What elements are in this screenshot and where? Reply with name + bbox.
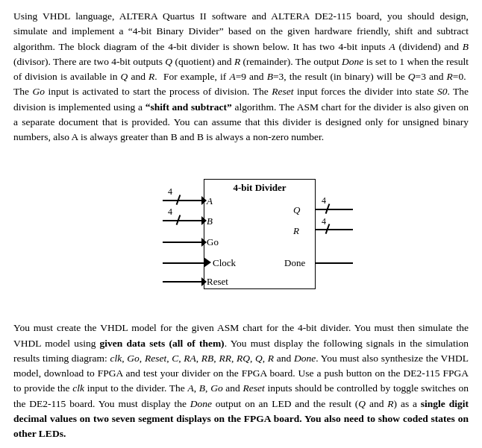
slash-B xyxy=(175,215,183,228)
slash-A xyxy=(175,195,183,208)
input-label-Reset: Reset xyxy=(207,276,228,288)
input-label-B: B xyxy=(207,215,213,227)
slash-Q xyxy=(325,204,332,217)
line-B xyxy=(163,220,204,221)
line-A xyxy=(163,200,204,201)
output-label-R: R xyxy=(293,225,299,237)
diagram-section: 4-bit Divider 4 4 4 4 A B Go xyxy=(13,158,469,307)
output-label-Q: Q xyxy=(293,204,300,216)
bottom-paragraph: You must create the VHDL model for the g… xyxy=(13,321,469,441)
arrow-A xyxy=(201,196,207,205)
input-label-Clock: Clock xyxy=(213,257,236,269)
slash-R xyxy=(325,224,332,237)
arrow-Go xyxy=(201,238,207,247)
clock-triangle xyxy=(204,257,211,268)
bit4-B-label: 4 xyxy=(168,206,172,218)
line-Done xyxy=(316,262,353,264)
diagram-outer: 4-bit Divider 4 4 4 4 A B Go xyxy=(122,158,360,307)
line-Clock xyxy=(163,262,204,264)
line-Reset xyxy=(163,281,204,283)
arrow-B xyxy=(201,216,207,225)
input-label-Go: Go xyxy=(207,236,219,248)
input-label-A: A xyxy=(207,195,213,207)
line-R xyxy=(316,229,353,230)
top-paragraph: Using VHDL language, ALTERA Quartus II s… xyxy=(13,9,469,145)
line-Q xyxy=(316,209,353,210)
page-container: Using VHDL language, ALTERA Quartus II s… xyxy=(13,9,469,441)
arrow-Reset xyxy=(201,277,207,286)
line-Go xyxy=(163,242,204,243)
bit4-A-label: 4 xyxy=(168,186,172,198)
block-title: 4-bit Divider xyxy=(204,180,315,194)
output-label-Done: Done xyxy=(284,257,305,269)
